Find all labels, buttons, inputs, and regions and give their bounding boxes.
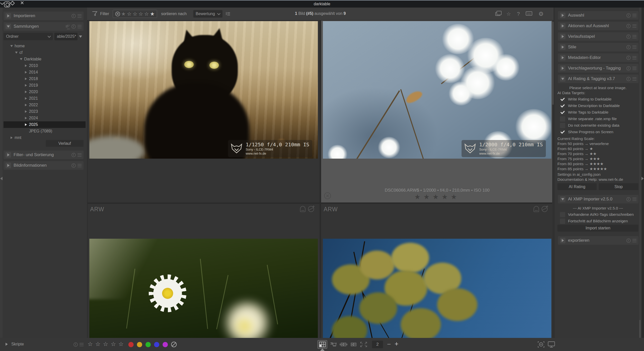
thumbnail-cell-cat[interactable]: 1/1250 f/4,0 210mm IS Sony - ILCE-7RM4 w… — [88, 21, 320, 202]
panel-exportieren[interactable]: exportieren — [558, 236, 638, 245]
presets-icon[interactable] — [632, 14, 636, 17]
color-label-yellow[interactable] — [137, 342, 142, 347]
panel-bildinformationen[interactable]: Bildinformationen — [4, 161, 84, 170]
checkbox-write-description[interactable]: Write Description to Darktable — [560, 103, 620, 109]
presets-icon[interactable] — [78, 25, 82, 28]
filmstrip-expander-arrow[interactable] — [320, 348, 325, 351]
photo-tree[interactable] — [323, 239, 551, 338]
panel-ai-rating[interactable]: AI Rating & Tagging v3.7 — [558, 75, 638, 83]
presets-icon[interactable] — [78, 164, 82, 167]
expander-icon[interactable] — [24, 84, 27, 87]
expander-icon[interactable] — [24, 91, 27, 93]
rating-stars[interactable]: ☆ ☆ ☆ ☆ ☆ — [88, 341, 124, 347]
presets-icon[interactable] — [632, 46, 636, 49]
expander-icon[interactable] — [560, 34, 565, 39]
reset-icon[interactable] — [626, 238, 631, 243]
tree-item-home[interactable]: home — [4, 43, 86, 49]
expander-icon[interactable] — [24, 64, 27, 67]
expander-icon[interactable] — [560, 65, 565, 71]
expander-icon[interactable] — [560, 76, 565, 82]
panel-auswahl[interactable]: Auswahl — [558, 11, 638, 20]
panel-skripte[interactable]: Skripte — [6, 342, 24, 346]
expander-icon[interactable] — [10, 45, 13, 47]
right-panel-scrollbar-thumb[interactable] — [639, 320, 641, 338]
color-label-green[interactable] — [145, 342, 151, 347]
thumbnail-overlays-icon[interactable] — [495, 12, 500, 16]
checkbox-xmp-progress[interactable]: Fortschritt auf Bildschirm anzeigen — [560, 218, 628, 224]
checkbox-show-progress[interactable]: Show Progress on Screen — [560, 129, 613, 135]
checkbox-icon[interactable] — [560, 116, 565, 122]
grid-scrollbar-thumb[interactable] — [552, 22, 554, 105]
panel-verschlagwortung[interactable]: Verschlagwortung - Tagging — [558, 64, 638, 73]
stop-button[interactable]: Stop — [599, 183, 638, 190]
sort-icon[interactable] — [66, 25, 70, 28]
reset-icon[interactable] — [71, 14, 76, 18]
duplicate-icon[interactable] — [300, 206, 306, 212]
tree-item-2020[interactable]: 2020 — [4, 89, 86, 95]
expander-icon[interactable] — [24, 78, 27, 80]
expander-icon[interactable] — [560, 23, 565, 29]
expander-icon[interactable] — [15, 52, 18, 54]
close-button[interactable] — [20, 1, 24, 5]
panel-importieren[interactable]: Importieren — [4, 12, 84, 20]
duplicate-icon[interactable] — [534, 206, 539, 212]
presets-icon[interactable] — [78, 14, 82, 18]
reset-icon[interactable] — [626, 66, 631, 71]
color-label-blue[interactable] — [154, 342, 159, 347]
expander-icon[interactable] — [24, 117, 27, 119]
checkbox-icon[interactable] — [560, 123, 565, 128]
presets-icon[interactable] — [632, 67, 636, 70]
checkbox-separate-xmp[interactable]: Write separate .rate.xmp file — [560, 116, 617, 122]
focus-detection-icon[interactable] — [538, 341, 545, 349]
thumbnail-cell-flowers-selected[interactable]: 1/2000 f/4,0 210mm IS Sony - ILCE-7RM4 w… — [321, 21, 553, 202]
image-star-rating[interactable]: ★★★★★ — [321, 193, 553, 201]
panel-ai-xmp-importer[interactable]: AI XMP Importer v2.5.0 — [558, 195, 638, 203]
checkbox-no-overwrite[interactable]: Do not overwrite existing data — [560, 122, 619, 128]
checkbox-icon[interactable] — [560, 103, 565, 109]
expander-icon[interactable] — [6, 152, 11, 158]
reset-icon[interactable] — [626, 197, 631, 201]
reset-icon[interactable] — [626, 45, 631, 49]
zoom-in-button[interactable]: + — [395, 340, 398, 347]
color-label-purple[interactable] — [163, 342, 168, 347]
reset-icon[interactable] — [626, 56, 631, 60]
photo-flowers[interactable]: 1/2000 f/4,0 210mm IS Sony - ILCE-7RM4 w… — [323, 21, 551, 159]
tree-item-darktable[interactable]: Darktable — [4, 56, 86, 62]
reset-icon[interactable] — [73, 342, 78, 347]
culling-dynamic-icon[interactable] — [339, 340, 348, 349]
panel-stile[interactable]: Stile — [558, 43, 638, 51]
photo-cat[interactable]: 1/1250 f/4,0 210mm IS Sony - ILCE-7RM4 w… — [89, 21, 318, 159]
help-icon[interactable]: ? — [517, 11, 520, 16]
clear-color-label-icon[interactable] — [171, 342, 177, 347]
checkbox-write-tags[interactable]: Write Tags to Darktable — [560, 109, 609, 115]
thumbnail-cell-daisy[interactable]: ARW — [88, 204, 320, 338]
thumbnail-cell-tree[interactable]: ARW — [321, 204, 553, 338]
tree-item-2014[interactable]: 2014 — [4, 69, 86, 76]
display-profile-icon[interactable] — [548, 341, 555, 349]
minimize-button[interactable] — [0, 1, 4, 5]
reset-icon[interactable] — [71, 163, 76, 168]
expander-icon[interactable] — [24, 104, 27, 106]
filemanager-view-icon[interactable] — [318, 340, 327, 349]
culling-fixed-icon[interactable] — [349, 340, 358, 349]
local-copy-icon[interactable] — [308, 206, 314, 212]
collection-history-button[interactable] — [79, 33, 82, 40]
reset-icon[interactable] — [71, 24, 76, 29]
expander-icon[interactable] — [24, 123, 27, 126]
ai-rating-button[interactable]: AI Rating — [557, 183, 597, 190]
maximize-button[interactable] — [10, 1, 14, 5]
expander-icon[interactable] — [10, 136, 13, 139]
local-copy-icon[interactable] — [542, 206, 548, 212]
verlauf-button[interactable]: Verlauf — [46, 140, 84, 147]
tree-item-2025[interactable]: 2025 — [4, 121, 86, 128]
preferences-gear-icon[interactable]: ⚙ — [538, 11, 544, 17]
reset-icon[interactable] — [626, 13, 631, 18]
panel-verlaufsstapel[interactable]: Verlaufsstapel — [558, 32, 638, 41]
tree-item-cf[interactable]: cf — [4, 49, 86, 56]
reset-icon[interactable] — [626, 77, 631, 81]
panel-metadaten[interactable]: Metadaten-Editor — [558, 53, 638, 62]
reset-icon[interactable] — [626, 24, 631, 28]
tree-item-jpeg[interactable]: JPEG (7089) — [4, 128, 86, 134]
tree-item-2022[interactable]: 2022 — [4, 102, 86, 108]
collection-value-input[interactable]: able/2025* — [54, 33, 78, 40]
